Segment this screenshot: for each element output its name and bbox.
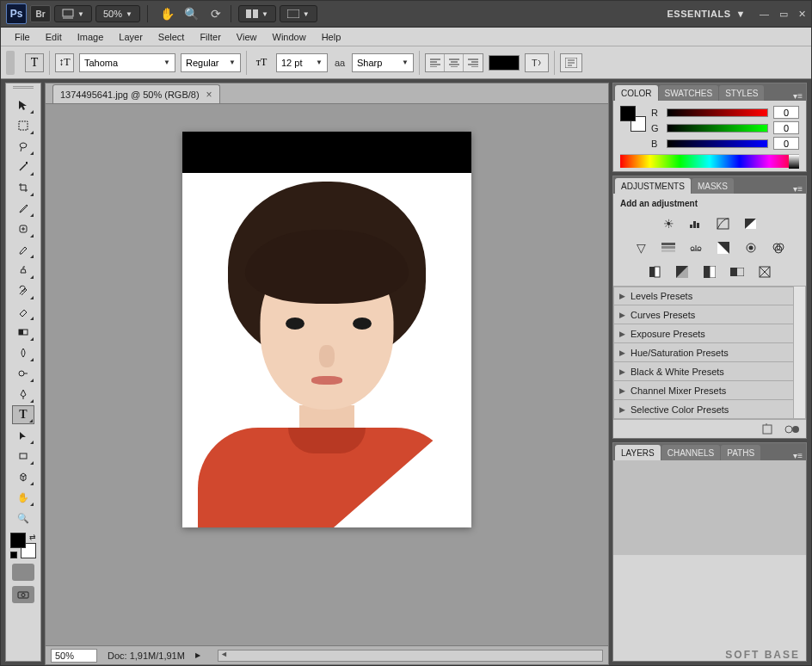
screen-mode-menu[interactable]: ▼ bbox=[280, 5, 317, 22]
panel-menu-button[interactable]: ▾≡ bbox=[790, 451, 806, 460]
clone-stamp-tool[interactable] bbox=[12, 261, 34, 280]
warp-text-button[interactable]: T bbox=[525, 53, 549, 72]
gradient-tool[interactable] bbox=[12, 323, 34, 342]
minimize-button[interactable]: — bbox=[760, 9, 769, 20]
menu-filter[interactable]: Filter bbox=[193, 30, 227, 44]
status-doc-info-menu[interactable]: ▶ bbox=[195, 651, 200, 659]
color-picker-fg-bg[interactable]: ⇄ bbox=[10, 533, 36, 558]
options-bar-grip[interactable] bbox=[6, 51, 15, 75]
text-color-swatch[interactable] bbox=[489, 55, 520, 71]
close-tab-button[interactable]: × bbox=[206, 89, 212, 101]
status-doc-info[interactable]: Doc: 1,91M/1,91M bbox=[108, 651, 185, 661]
font-family-dropdown[interactable]: Tahoma▼ bbox=[79, 53, 175, 72]
gradient-map-icon[interactable] bbox=[728, 263, 747, 281]
default-colors-icon[interactable] bbox=[10, 552, 17, 558]
photo-filter-icon[interactable] bbox=[741, 239, 760, 256]
pen-tool[interactable] bbox=[12, 385, 34, 404]
photoshop-icon[interactable]: Ps bbox=[6, 3, 27, 24]
anti-alias-dropdown[interactable]: Sharp▼ bbox=[352, 53, 414, 72]
menu-file[interactable]: File bbox=[8, 30, 37, 44]
slider-r[interactable] bbox=[667, 108, 768, 117]
posterize-icon[interactable] bbox=[673, 263, 692, 281]
zoom-dropdown[interactable]: 50%▼ bbox=[95, 5, 140, 22]
tools-grip[interactable] bbox=[11, 86, 35, 92]
value-b[interactable]: 0 bbox=[773, 137, 799, 150]
bridge-icon[interactable]: Br bbox=[30, 5, 51, 22]
hand-tool[interactable]: ✋ bbox=[12, 488, 34, 507]
menu-window[interactable]: Window bbox=[266, 30, 313, 44]
preset-channel-mixer[interactable]: ▶Channel Mixer Presets bbox=[613, 381, 794, 400]
threshold-icon[interactable] bbox=[700, 263, 719, 281]
magic-wand-tool[interactable] bbox=[12, 157, 34, 176]
channel-mixer-icon[interactable] bbox=[769, 239, 788, 256]
tab-channels[interactable]: CHANNELS bbox=[661, 445, 720, 460]
rotate-view-icon[interactable]: ⟳ bbox=[208, 6, 224, 22]
zoom-icon[interactable]: 🔍 bbox=[184, 6, 200, 22]
color-panel-fgbg[interactable] bbox=[620, 106, 646, 132]
eyedropper-tool[interactable] bbox=[12, 199, 34, 218]
slider-b[interactable] bbox=[667, 139, 768, 148]
swap-colors-icon[interactable]: ⇄ bbox=[29, 533, 36, 541]
zoom-tool[interactable]: 🔍 bbox=[12, 509, 34, 527]
menu-help[interactable]: Help bbox=[315, 30, 348, 44]
align-left-button[interactable] bbox=[426, 54, 445, 71]
lasso-tool[interactable] bbox=[12, 137, 34, 156]
hand-icon[interactable]: ✋ bbox=[160, 6, 175, 22]
close-button[interactable]: ✕ bbox=[798, 9, 806, 20]
healing-brush-tool[interactable] bbox=[12, 219, 34, 238]
black-white-icon[interactable] bbox=[714, 239, 733, 256]
history-brush-tool[interactable] bbox=[12, 281, 34, 300]
preset-levels[interactable]: ▶Levels Presets bbox=[613, 287, 794, 305]
character-panel-button[interactable] bbox=[560, 53, 582, 72]
font-style-dropdown[interactable]: Regular▼ bbox=[181, 53, 241, 72]
maximize-button[interactable]: ▭ bbox=[779, 9, 788, 20]
tab-masks[interactable]: MASKS bbox=[692, 178, 734, 194]
menu-image[interactable]: Image bbox=[71, 30, 111, 44]
type-tool-indicator[interactable]: T bbox=[25, 53, 44, 72]
eraser-tool[interactable] bbox=[12, 302, 34, 321]
tab-styles[interactable]: STYLES bbox=[719, 85, 764, 101]
selective-color-icon[interactable] bbox=[755, 263, 774, 281]
quick-mask-button[interactable] bbox=[12, 564, 34, 581]
tab-adjustments[interactable]: ADJUSTMENTS bbox=[615, 178, 691, 194]
preset-curves[interactable]: ▶Curves Presets bbox=[613, 305, 794, 324]
tab-layers[interactable]: LAYERS bbox=[615, 445, 661, 460]
value-r[interactable]: 0 bbox=[773, 106, 799, 119]
align-center-button[interactable] bbox=[445, 54, 464, 71]
menu-view[interactable]: View bbox=[230, 30, 264, 44]
recent-files-menu[interactable]: ▼ bbox=[54, 5, 92, 22]
color-spectrum-strip[interactable] bbox=[620, 154, 799, 168]
status-zoom-field[interactable]: 50% bbox=[51, 649, 97, 663]
color-balance-icon[interactable] bbox=[686, 239, 705, 256]
brush-tool[interactable] bbox=[12, 240, 34, 259]
text-orientation-button[interactable]: ↕T bbox=[55, 53, 74, 72]
value-g[interactable]: 0 bbox=[773, 121, 799, 134]
menu-edit[interactable]: Edit bbox=[39, 30, 69, 44]
fg-color-swatch[interactable] bbox=[10, 533, 26, 548]
hue-sat-icon[interactable] bbox=[659, 239, 678, 256]
font-size-dropdown[interactable]: 12 pt▼ bbox=[276, 53, 328, 72]
move-tool[interactable] bbox=[12, 96, 34, 114]
preset-black-white[interactable]: ▶Black & White Presets bbox=[613, 362, 794, 381]
document-canvas[interactable] bbox=[182, 132, 471, 527]
3d-tool[interactable] bbox=[12, 467, 34, 486]
screen-mode-button[interactable] bbox=[12, 586, 34, 603]
crop-tool[interactable] bbox=[12, 178, 34, 197]
tab-color[interactable]: COLOR bbox=[615, 85, 658, 101]
arrange-docs-menu[interactable]: ▼ bbox=[238, 5, 276, 22]
vibrance-icon[interactable]: ▽ bbox=[631, 239, 650, 256]
tab-swatches[interactable]: SWATCHES bbox=[659, 85, 719, 101]
slider-g[interactable] bbox=[667, 124, 768, 133]
blur-tool[interactable] bbox=[12, 343, 34, 362]
align-right-button[interactable] bbox=[464, 54, 483, 71]
adj-reset-icon[interactable] bbox=[761, 423, 775, 435]
document-tab[interactable]: 1374495641.jpg @ 50% (RGB/8) × bbox=[52, 84, 220, 103]
panel-menu-button[interactable]: ▾≡ bbox=[790, 91, 806, 101]
menu-select[interactable]: Select bbox=[151, 30, 192, 44]
tab-paths[interactable]: PATHS bbox=[721, 445, 760, 460]
brightness-contrast-icon[interactable]: ☀ bbox=[659, 215, 678, 232]
type-tool[interactable]: T bbox=[12, 405, 34, 424]
panel-menu-button[interactable]: ▾≡ bbox=[790, 184, 806, 194]
canvas-area[interactable] bbox=[45, 103, 609, 646]
invert-icon[interactable] bbox=[645, 263, 664, 281]
